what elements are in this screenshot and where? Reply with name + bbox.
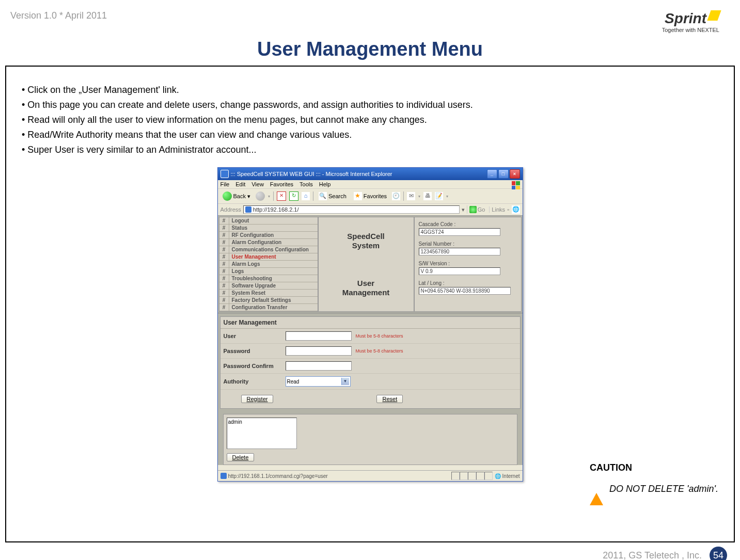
bullet-item: • On this page you can create and delete…: [22, 98, 718, 112]
dropdown-icon[interactable]: ▾: [462, 206, 465, 213]
user-input[interactable]: [286, 331, 352, 341]
caution-box: CAUTION DO NOT DELETE 'admin'.: [590, 462, 718, 495]
confirm-input[interactable]: [286, 361, 352, 371]
nav-item[interactable]: #Communications Configuration: [219, 246, 318, 253]
serial-value[interactable]: 1234567890: [419, 248, 500, 255]
back-button[interactable]: Back ▾: [221, 190, 253, 202]
history-button[interactable]: 🕘: [392, 192, 400, 200]
nav-item[interactable]: #Factory Default Settings: [219, 297, 318, 304]
user-management-panel: User Management User Must be 5-8 charact…: [220, 316, 521, 409]
forward-button[interactable]: [256, 191, 265, 201]
nav-item[interactable]: #Alarm Logs: [219, 261, 318, 268]
nav-label: Communications Configuration: [229, 246, 318, 253]
nav-item[interactable]: #User Management: [219, 253, 318, 261]
refresh-button[interactable]: ↻: [289, 191, 298, 201]
password-input[interactable]: [286, 346, 352, 356]
password-label: Password: [224, 348, 286, 354]
menu-file[interactable]: File: [221, 181, 230, 187]
user-list-item[interactable]: admin: [228, 419, 295, 425]
home-button[interactable]: ⌂: [302, 192, 310, 200]
nav-item[interactable]: #Alarm Configuration: [219, 239, 318, 246]
print-button[interactable]: 🖶: [423, 192, 432, 200]
go-label: Go: [478, 206, 485, 213]
nav-hash: #: [219, 304, 229, 311]
dropdown-icon: ▾: [268, 194, 270, 199]
dropdown-icon: ▾: [446, 194, 448, 199]
links-label[interactable]: Links: [489, 206, 505, 213]
maximize-button[interactable]: □: [498, 169, 509, 179]
nav-hash: #: [219, 261, 229, 267]
nav-item[interactable]: #Configuration Transfer: [219, 304, 318, 311]
address-input[interactable]: http://192.168.2.1/: [243, 205, 460, 214]
page-icon: [245, 206, 251, 213]
sw-value[interactable]: V 0.9: [419, 267, 500, 275]
user-list-panel: admin Delete: [223, 414, 517, 465]
nav-hash: #: [219, 282, 229, 289]
search-button[interactable]: 🔍 Search: [317, 191, 349, 201]
latlong-value[interactable]: N+094.657840 W-038.918890: [419, 287, 511, 295]
menu-favorites[interactable]: Favorites: [270, 181, 293, 187]
nav-label: Alarm Logs: [229, 261, 318, 267]
internet-icon: 🌐: [495, 473, 501, 479]
nav-item[interactable]: #Software Upgrade: [219, 282, 318, 290]
system-name: SpeedCellSystem: [347, 232, 385, 250]
warning-icon: [590, 483, 603, 495]
url-text: http://192.168.2.1/: [253, 206, 299, 213]
nav-label: Software Upgrade: [229, 282, 318, 289]
nav-label: Status: [229, 225, 318, 231]
nav-hash: #: [219, 246, 229, 253]
password-hint: Must be 5-8 characters: [356, 348, 403, 354]
nav-hash: #: [219, 239, 229, 246]
nav-item[interactable]: #Status: [219, 225, 318, 232]
nav-item[interactable]: #Troubleshooting: [219, 275, 318, 282]
favorites-button[interactable]: ★ Favorites: [352, 191, 389, 201]
user-list[interactable]: admin: [227, 418, 297, 449]
register-button[interactable]: Register: [241, 395, 274, 403]
latlong-label: Lat / Long :: [419, 280, 517, 286]
menu-tools[interactable]: Tools: [300, 181, 313, 187]
stop-button[interactable]: ✕: [277, 191, 286, 201]
nav-item[interactable]: #RF Configuration: [219, 232, 318, 239]
nav-label: Troubleshooting: [229, 275, 318, 282]
authority-value: Read: [287, 379, 300, 385]
cascade-value[interactable]: 4GGST24: [419, 228, 500, 236]
um-title: User Management: [221, 317, 520, 329]
minimize-button[interactable]: _: [487, 169, 497, 179]
close-button[interactable]: ×: [510, 169, 520, 179]
extra-icon[interactable]: 🌐: [512, 205, 520, 214]
nav-hash: #: [219, 290, 229, 296]
nav-hash: #: [219, 253, 229, 260]
menu-edit[interactable]: Edit: [235, 181, 245, 187]
nav-hash: #: [219, 232, 229, 238]
favorites-label: Favorites: [364, 193, 387, 199]
back-icon: [223, 191, 232, 201]
authority-select[interactable]: Read ▼: [286, 376, 351, 387]
menu-view[interactable]: View: [251, 181, 264, 187]
go-button[interactable]: Go: [467, 205, 487, 214]
brand-tagline: Together with NEXTEL: [662, 27, 719, 33]
windows-logo-icon: [512, 181, 520, 189]
caution-text: DO NOT DELETE 'admin'.: [609, 484, 718, 494]
nav-hash: #: [219, 275, 229, 282]
nav-item[interactable]: #System Reset: [219, 290, 318, 297]
nav-item[interactable]: #Logout: [219, 217, 318, 225]
bullet-item: • Click on the „User Management' link.: [22, 83, 718, 97]
menu-help[interactable]: Help: [319, 181, 331, 187]
reset-button[interactable]: Reset: [376, 395, 403, 403]
delete-button[interactable]: Delete: [227, 453, 255, 461]
chevron-icon[interactable]: »: [507, 207, 509, 212]
bullet-list: • Click on the „User Management' link. •…: [22, 83, 718, 157]
page-icon: [221, 473, 227, 479]
confirm-label: Password Confirm: [224, 363, 286, 369]
nav-item[interactable]: #Logs: [219, 268, 318, 275]
page-number: 54: [710, 547, 727, 560]
separator: [273, 191, 274, 201]
mail-button[interactable]: ✉: [407, 192, 415, 200]
edit-button[interactable]: 📝: [435, 192, 443, 200]
status-url: http://192.168.1.1/command.cgi?page=user: [228, 473, 328, 479]
page-content: #Logout#Status#RF Configuration#Alarm Co…: [218, 216, 523, 465]
slide-title: User Management Menu: [0, 38, 740, 60]
nav-label: RF Configuration: [229, 232, 318, 238]
user-label: User: [224, 333, 286, 339]
window-titlebar[interactable]: ::: SpeedCell SYSTEM WEB GUI ::: - Micro…: [218, 168, 523, 180]
